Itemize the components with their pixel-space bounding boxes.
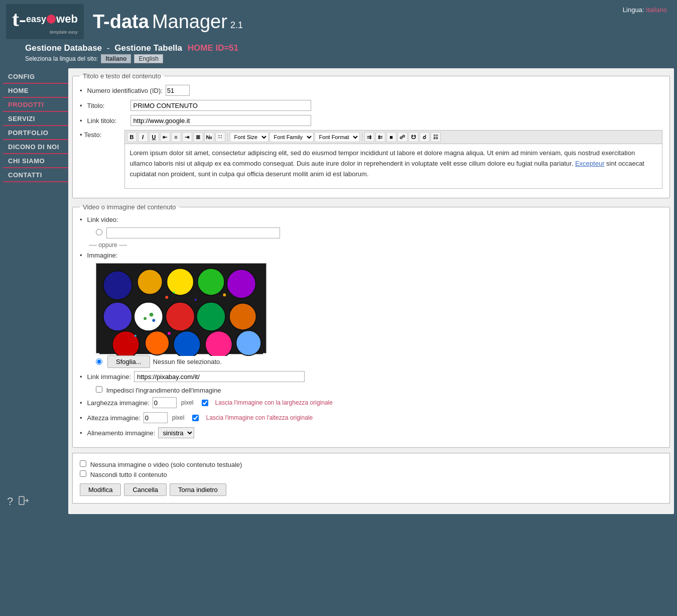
link-video-row: • Link video: [80, 216, 662, 223]
nascondi-label: Nascondi tutto il contenuto [90, 471, 167, 478]
lingua-link[interactable]: Italiano [646, 6, 667, 14]
editor-para1: Lorem ipsum dolor sit amet, consectetur … [130, 148, 657, 179]
svg-point-21 [165, 296, 168, 299]
link-input[interactable] [130, 115, 311, 126]
svg-point-14 [197, 302, 226, 331]
title-input[interactable] [130, 100, 311, 111]
toolbar-underline[interactable]: U [149, 132, 159, 142]
editor-link[interactable]: Excepteur [575, 160, 605, 167]
gestione-sep: - [107, 43, 110, 53]
bottom-checkboxes: Nessuna immagine o video (solo contenuto… [80, 460, 662, 478]
impedisci-label: Impedisci l'ingrandimento dell'immagine [106, 387, 221, 394]
logo-web: web [56, 13, 78, 26]
help-icon[interactable]: ? [7, 495, 13, 509]
no-file-text: Nessun file selezionato. [153, 358, 222, 365]
svg-point-24 [223, 294, 226, 297]
toolbar-img[interactable]: ☌ [420, 132, 430, 142]
id-input[interactable] [166, 85, 190, 96]
lascia-altezza-checkbox[interactable] [192, 415, 199, 421]
svg-point-10 [150, 313, 154, 317]
altezza-label: Altezza immagine: [87, 414, 141, 422]
app-version: 2.1 [230, 20, 243, 31]
toolbar-indent-out[interactable]: ⇇ [375, 132, 385, 142]
larghezza-label: Larghezza immagine: [87, 399, 150, 407]
toolbar-bold[interactable]: B [127, 132, 137, 142]
app-header: t- easy web template easy T-data Manager… [0, 0, 677, 42]
cancella-btn[interactable]: Cancella [124, 483, 167, 496]
link-row: • Link titolo: [80, 115, 662, 126]
sidebar-item-prodotti[interactable]: PRODOTTI [3, 98, 68, 112]
toolbar-align-left[interactable]: ⇤ [160, 132, 170, 142]
sfoglia-btn[interactable]: Sfoglia... [107, 355, 150, 368]
svg-point-26 [168, 332, 171, 335]
nessuna-row: Nessuna immagine o video (solo contenuto… [80, 460, 662, 468]
svg-point-8 [103, 302, 132, 331]
sidebar-item-config[interactable]: CONFIG [3, 70, 68, 84]
logo-easy: easy [26, 14, 46, 25]
larghezza-input[interactable] [153, 397, 177, 408]
app-title: T-data Manager 2.1 [93, 11, 243, 33]
sub-header: Gestione Database - Gestione Tabella HOM… [0, 42, 677, 65]
testo-label: Testo: [84, 131, 124, 139]
gestione-tab-label: Gestione Tabella [114, 43, 182, 53]
image-radio[interactable] [96, 358, 102, 365]
toolbar-align-right[interactable]: ⇥ [182, 132, 192, 142]
sidebar-item-chi[interactable]: CHI SIAMO [3, 155, 68, 168]
sidebar-icons: ? [3, 490, 68, 514]
svg-point-20 [236, 330, 261, 355]
toolbar-link[interactable]: ☍ [397, 132, 408, 142]
video-radio[interactable] [96, 229, 102, 235]
torna-btn[interactable]: Torna indietro [170, 483, 226, 496]
logo-t: t- [12, 9, 26, 30]
video-url-input[interactable] [106, 227, 280, 238]
lang-italiano-btn[interactable]: Italiano [101, 54, 131, 63]
toolbar-align-center[interactable]: ≡ [171, 132, 181, 142]
sidebar-item-home[interactable]: HOME [3, 84, 68, 98]
toolbar-indent-in[interactable]: ⇉ [364, 132, 374, 142]
sidebar-item-dicono[interactable]: DICONO DI NOI [3, 141, 68, 154]
lascia-larghezza-label: Lascia l'immagine con la larghezza origi… [215, 399, 333, 406]
sidebar-item-portfolio[interactable]: PORTFOLIO [3, 127, 68, 140]
font-family-select[interactable]: Font Family [269, 132, 314, 142]
gestione-line: Gestione Database - Gestione Tabella HOM… [25, 43, 671, 53]
toolbar-align-justify[interactable]: ≣ [193, 132, 203, 142]
toolbar-italic[interactable]: I [138, 132, 148, 142]
image-radio-row: Sfoglia... Nessun file selezionato. [96, 355, 662, 368]
editor-wrapper: B I U ⇤ ≡ ⇥ ≣ № ∷ Font Size [124, 130, 662, 189]
impedisci-row: Impedisci l'ingrandimento dell'immagine [96, 386, 662, 394]
nascondi-checkbox[interactable] [80, 470, 86, 477]
lang-english-btn[interactable]: English [134, 54, 163, 63]
toolbar-table[interactable]: ☷ [431, 132, 441, 142]
impedisci-checkbox[interactable] [96, 386, 102, 393]
altezza-input[interactable] [144, 412, 168, 423]
svg-point-15 [229, 303, 256, 330]
svg-point-23 [195, 299, 197, 301]
app-title-area: T-data Manager 2.1 [93, 11, 243, 33]
sidebar-item-contatti[interactable]: CONTATTI [3, 169, 68, 182]
lascia-larghezza-checkbox[interactable] [202, 400, 208, 406]
font-format-select[interactable]: Font Format [315, 132, 360, 142]
id-row: • Numero identificativo (ID): [80, 85, 662, 96]
toolbar-unordered-list[interactable]: ∷ [215, 132, 225, 142]
larghezza-row: • Larghezza immagine: pixel Lascia l'imm… [80, 397, 662, 408]
toolbar-ordered-list[interactable]: № [204, 132, 214, 142]
logout-icon[interactable] [18, 495, 29, 509]
toolbar-sep2 [362, 133, 362, 142]
font-size-select[interactable]: Font Size [230, 132, 268, 142]
sidebar-item-servizi[interactable]: SERVIZI [3, 112, 68, 126]
altezza-row: • Altezza immagine: pixel Lascia l'immag… [80, 412, 662, 423]
modifica-btn[interactable]: Modifica [80, 483, 121, 496]
toolbar-btn3[interactable]: ■ [386, 132, 396, 142]
editor-content[interactable]: Lorem ipsum dolor sit amet, consectetur … [124, 144, 662, 189]
link-img-input[interactable] [134, 371, 305, 382]
nessuna-checkbox[interactable] [80, 460, 86, 467]
immagine-label: Immagine: [87, 252, 127, 259]
content-area: Titolo e testo del contenuto • Numero id… [68, 68, 674, 514]
toolbar-unlink[interactable]: ☋ [409, 132, 419, 142]
svg-point-9 [134, 302, 163, 331]
app-title-manager: Manager [152, 11, 227, 33]
allineamento-select[interactable]: sinistra centro destra [158, 427, 194, 438]
svg-point-5 [167, 269, 194, 296]
paint-svg [99, 267, 263, 356]
svg-point-25 [134, 335, 137, 337]
